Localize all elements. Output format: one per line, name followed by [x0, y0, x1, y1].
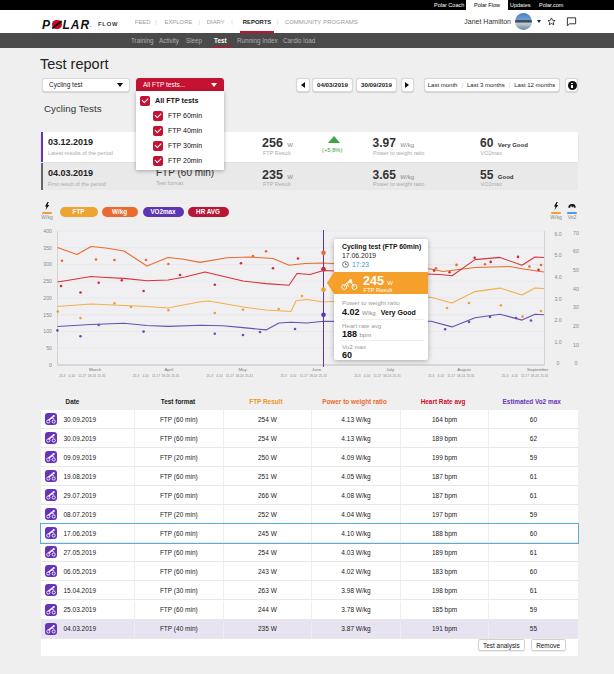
svg-text:25-3: 25-3: [502, 374, 509, 378]
svg-text:11-17: 11-17: [226, 374, 234, 378]
svg-text:60: 60: [573, 248, 579, 254]
svg-text:18-24: 18-24: [383, 374, 391, 378]
svg-text:4-10: 4-10: [364, 374, 371, 378]
svg-text:September: September: [527, 367, 549, 372]
svg-text:3.0: 3.0: [554, 296, 561, 302]
svg-text:11-17: 11-17: [373, 374, 381, 378]
svg-text:July: July: [386, 367, 395, 372]
svg-text:11-17: 11-17: [300, 374, 308, 378]
svg-text:300: 300: [43, 261, 52, 267]
svg-text:4-10: 4-10: [511, 374, 518, 378]
svg-text:50: 50: [46, 345, 52, 351]
svg-text:25-3: 25-3: [354, 374, 361, 378]
svg-text:70: 70: [573, 230, 579, 236]
svg-text:18-24: 18-24: [531, 374, 539, 378]
svg-text:30: 30: [573, 304, 579, 310]
svg-text:6.0: 6.0: [554, 231, 561, 237]
svg-text:May: May: [238, 367, 247, 372]
svg-text:25-31: 25-31: [319, 374, 327, 378]
svg-text:4-10: 4-10: [438, 374, 445, 378]
svg-text:40: 40: [573, 286, 579, 292]
svg-text:25-3: 25-3: [280, 374, 287, 378]
svg-text:4-10: 4-10: [216, 374, 223, 378]
svg-text:0: 0: [557, 360, 560, 366]
svg-text:25-31: 25-31: [540, 374, 548, 378]
svg-text:200: 200: [43, 295, 52, 301]
svg-text:350: 350: [43, 245, 52, 251]
svg-text:150: 150: [43, 312, 52, 318]
svg-text:10: 10: [573, 342, 579, 348]
svg-text:5.0: 5.0: [554, 252, 561, 258]
svg-text:18-24: 18-24: [88, 374, 96, 378]
svg-text:50: 50: [573, 267, 579, 273]
svg-text:25-31: 25-31: [97, 374, 105, 378]
svg-text:11-17: 11-17: [152, 374, 160, 378]
svg-text:11-17: 11-17: [78, 374, 86, 378]
svg-text:August: August: [457, 367, 471, 372]
svg-text:25-3: 25-3: [59, 374, 66, 378]
svg-text:2.0: 2.0: [554, 317, 561, 323]
svg-text:25-31: 25-31: [245, 374, 253, 378]
svg-text:250: 250: [43, 278, 52, 284]
svg-text:4.0: 4.0: [554, 274, 561, 280]
svg-text:100: 100: [43, 328, 52, 334]
svg-text:4-10: 4-10: [290, 374, 297, 378]
svg-text:25-3: 25-3: [428, 374, 435, 378]
svg-text:1.0: 1.0: [554, 339, 561, 345]
svg-text:18-24: 18-24: [309, 374, 317, 378]
svg-text:20: 20: [573, 323, 579, 329]
svg-text:4-10: 4-10: [142, 374, 149, 378]
svg-text:4-10: 4-10: [69, 374, 76, 378]
svg-text:25-3: 25-3: [133, 374, 140, 378]
svg-text:11-17: 11-17: [521, 374, 529, 378]
svg-text:25-31: 25-31: [466, 374, 474, 378]
svg-text:April: April: [164, 367, 173, 372]
svg-text:25-31: 25-31: [171, 374, 179, 378]
svg-text:11-17: 11-17: [447, 374, 455, 378]
svg-text:18-24: 18-24: [457, 374, 465, 378]
svg-text:400: 400: [43, 228, 52, 234]
svg-text:0: 0: [575, 360, 578, 366]
svg-text:0: 0: [49, 362, 52, 368]
svg-text:18-24: 18-24: [162, 374, 170, 378]
svg-text:March: March: [89, 367, 102, 372]
svg-text:25-3: 25-3: [207, 374, 214, 378]
svg-text:25-31: 25-31: [393, 374, 401, 378]
svg-text:June: June: [312, 367, 322, 372]
svg-text:18-24: 18-24: [235, 374, 243, 378]
